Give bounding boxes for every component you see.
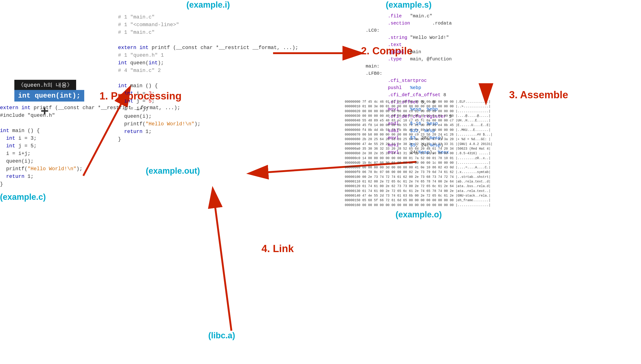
step4-label: 4. Link bbox=[262, 243, 294, 254]
page-container: 《queen.h의 내용》 int queen(int); + extern i… bbox=[0, 0, 641, 364]
example-o-label: (example.o) bbox=[395, 210, 442, 219]
step1-label: 1. Preprocessing bbox=[100, 90, 182, 102]
svg-line-5 bbox=[213, 190, 231, 331]
queen-h-title: 《queen.h의 내용》 bbox=[14, 80, 76, 90]
example-c-label: (example.c) bbox=[0, 192, 180, 202]
queen-h-box: 《queen.h의 내용》 int queen(int); bbox=[14, 80, 84, 102]
example-o-hex: 00000000 7f 45 4c 46 01 01 00 00 00 00 0… bbox=[345, 100, 493, 208]
queen-h-code: int queen(int); bbox=[14, 90, 84, 102]
example-i-code: # 1 "main.c" # 1 "<command-line>" # 1 "m… bbox=[118, 14, 298, 143]
libc-a-label: (libc.a) bbox=[208, 331, 235, 340]
example-i-label: (example.i) bbox=[186, 0, 230, 10]
libc-a-block: (libc.a) bbox=[208, 331, 235, 340]
example-o-block: 00000000 7f 45 4c 46 01 01 00 00 00 00 0… bbox=[345, 100, 493, 220]
example-i-block: (example.i) # 1 "main.c" # 1 "<command-l… bbox=[118, 0, 298, 143]
example-out-block: (example.out) bbox=[146, 166, 200, 176]
step3-label: 3. Assemble bbox=[509, 89, 568, 100]
example-s-label: (example.s) bbox=[386, 0, 432, 10]
example-out-label: (example.out) bbox=[146, 166, 200, 176]
